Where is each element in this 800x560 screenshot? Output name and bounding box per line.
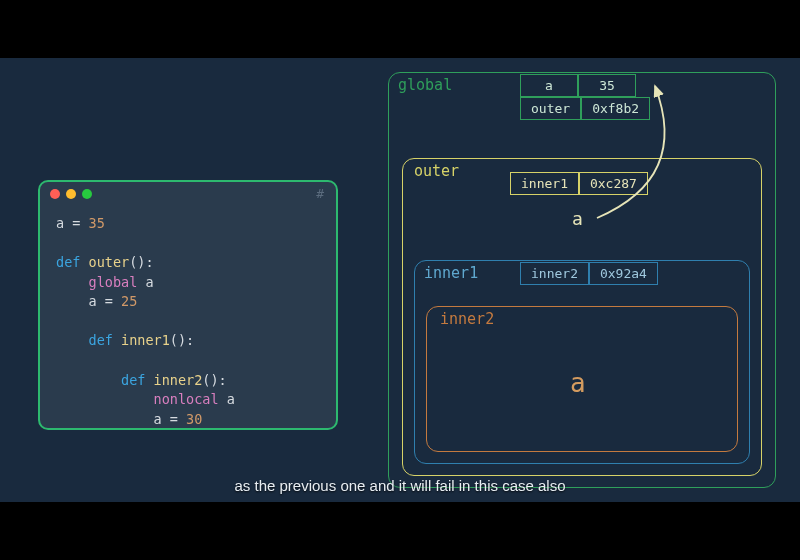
cell-val: 35 — [578, 74, 636, 97]
code-num: 30 — [186, 411, 202, 427]
scope-label-inner1: inner1 — [424, 264, 478, 282]
cell-key: outer — [520, 97, 581, 120]
close-icon — [50, 189, 60, 199]
cell-val: 0xc287 — [579, 172, 648, 195]
code-paren: (): — [202, 372, 226, 388]
window-titlebar: # — [40, 182, 336, 206]
diagram-stage: # a = 35 def outer(): global a a = 25 de… — [0, 58, 800, 502]
cell-key: a — [520, 74, 578, 97]
video-caption: as the previous one and it will fail in … — [0, 477, 800, 494]
table-row: inner2 0x92a4 — [520, 262, 658, 285]
code-num: 25 — [121, 293, 137, 309]
table-row: outer 0xf8b2 — [520, 97, 650, 120]
cell-key: inner2 — [520, 262, 589, 285]
code-paren: (): — [170, 332, 194, 348]
code-var: a — [227, 391, 235, 407]
code-op: = — [97, 293, 121, 309]
cell-val: 0xf8b2 — [581, 97, 650, 120]
scope-label-inner2: inner2 — [440, 310, 494, 328]
code-kw: def — [56, 254, 89, 270]
arrow-source-a: a — [572, 208, 583, 229]
code-var: a — [145, 274, 153, 290]
code-var: a — [56, 215, 64, 231]
code-window: # a = 35 def outer(): global a a = 25 de… — [38, 180, 338, 430]
cell-key: inner1 — [510, 172, 579, 195]
code-fn: outer — [89, 254, 130, 270]
code-kw: def — [121, 372, 154, 388]
scope-label-global: global — [398, 76, 452, 94]
code-body: a = 35 def outer(): global a a = 25 def … — [40, 206, 336, 430]
comment-hash: # — [316, 186, 324, 201]
code-var: a — [89, 293, 97, 309]
scope-label-outer: outer — [414, 162, 459, 180]
inner2-variable-a: a — [570, 368, 586, 398]
maximize-icon — [82, 189, 92, 199]
symbol-table-inner1: inner2 0x92a4 — [520, 262, 658, 285]
minimize-icon — [66, 189, 76, 199]
code-num: 35 — [89, 215, 105, 231]
code-op: = — [162, 411, 186, 427]
code-var: a — [154, 411, 162, 427]
code-op: = — [64, 215, 88, 231]
code-kw: global — [89, 274, 146, 290]
code-fn: inner1 — [121, 332, 170, 348]
symbol-table-outer: inner1 0xc287 — [510, 172, 648, 195]
code-fn: inner2 — [154, 372, 203, 388]
table-row: a 35 — [520, 74, 650, 97]
code-kw: def — [89, 332, 122, 348]
symbol-table-global: a 35 outer 0xf8b2 — [520, 74, 650, 120]
table-row: inner1 0xc287 — [510, 172, 648, 195]
code-kw: nonlocal — [154, 391, 227, 407]
code-paren: (): — [129, 254, 153, 270]
cell-val: 0x92a4 — [589, 262, 658, 285]
